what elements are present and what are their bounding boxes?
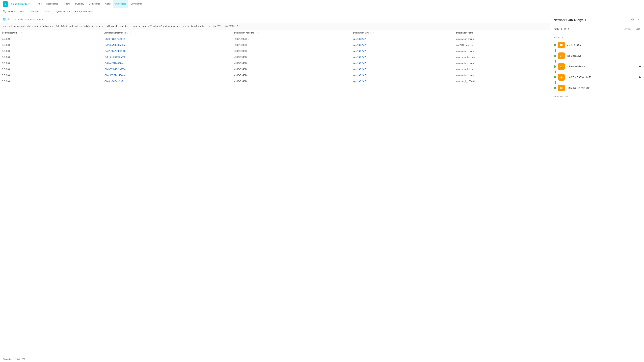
nav-items: Home Dashboards Reports Inventory Compli… [34,0,641,8]
network-path-section: SOURCE ⇄igw-feb2e49a⬡vpc-186d1d7f🔒subnet… [550,33,644,95]
node-label: eni-0f7ae7f3310cebe79 [567,76,637,79]
cell-dest-name: auto_agnetless_re [454,66,550,72]
nav-reports[interactable]: Reports [60,0,73,8]
path-node[interactable]: ⊞i-0f6e87d1017e81612 [554,84,641,92]
nav-investigate[interactable]: Investigate [113,0,128,8]
cloud-security-dropdown[interactable]: Cloud Security [10,2,31,6]
node-side-indicator [639,76,641,78]
table-row: 0.0.0.0/0i-0c0bfe28124967c41496947949261… [0,60,550,66]
path-node[interactable]: ◈eni-0f7ae7f3310cebe79 [554,73,641,81]
nav-governance[interactable]: Governance [128,0,145,8]
right-panel-actions [630,18,641,22]
query-text[interactable]: config from network where source.network… [3,25,548,28]
path-node[interactable]: ⬡vpc-186d1d7f [554,52,641,60]
node-connector-line [555,70,556,73]
cell-dest-id[interactable]: i-0b49ce9cf3efd995c [102,78,232,84]
table-footer-text: Displaying 1 - 25 of 1229 [3,358,25,360]
col-dest-account[interactable]: Destination Account ↕ ⠿ [232,30,351,36]
cell-dest-name: auto_agnetless_ub [454,54,550,60]
sort-icon-source: ↕ [18,32,20,34]
path-node[interactable]: ⇄igw-feb2e49a [554,41,641,49]
right-panel: Network Path Analysis Path [550,15,644,362]
query-box: config from network where source.network… [0,23,550,30]
node-label: vpc-186d1d7f [567,54,641,57]
table-row: 0.0.0.0/0i-0ed7e38a2d8b07d2b496947949261… [0,48,550,54]
cell-dest-id[interactable]: i-0ef4a5b408c0b749a [102,42,232,48]
nav-alerts[interactable]: Alerts [103,0,113,8]
table-row: 0.0.0.0/0i-0c51dda230873a698496947949261… [0,54,550,60]
path-nav-buttons: Previous Next [622,27,641,30]
table-row: 0.0.0.0/0i-0ef4a5b408c0b749a496947949261… [0,42,550,48]
vpc-icon: ⬡ [558,52,565,59]
cell-source-network: 0.0.0.0/0 [0,36,102,42]
previous-button[interactable]: Previous [622,27,632,30]
cell-dest-vpc[interactable]: vpc-186d1d7f [351,72,454,78]
search-name-placeholder[interactable]: Click here to give your search a name [8,18,44,20]
source-section-label: SOURCE [554,36,641,38]
cell-dest-vpc[interactable]: vpc-186d1d7f [351,36,454,42]
cell-dest-name: win2019-agentles [454,42,550,48]
node-dot [554,76,556,78]
nav-compliance[interactable]: Compliance [86,0,103,8]
next-button[interactable]: Next [635,27,641,30]
table-row: 0.0.0.0/0i-0bcedf7c37e2454e3496947949261… [0,72,550,78]
top-navigation: Cloud Security Home Dashboards Reports I… [0,0,644,8]
sort-icon-dest-vpc: ↕ [370,32,371,34]
tab-search[interactable]: Search [42,8,54,15]
col-dest-name[interactable]: Destination Name ↕ [454,30,550,36]
node-side-indicator [639,66,641,67]
cell-source-network: 0.0.0.0/0 [0,60,102,66]
cell-dest-vpc[interactable]: vpc-186d1d7f [351,66,454,72]
drag-icon-dest-acct[interactable]: ⠿ [257,32,259,34]
sort-icon-dest-name: ↕ [474,32,475,34]
cell-dest-id[interactable]: i-0bda881b49b1b9534 [102,66,232,72]
sort-icon-dest-id: ↕ [127,32,128,34]
pin-button[interactable] [630,18,634,22]
node-label: i-0f6e87d1017e81612 [567,87,641,89]
cell-source-network: 0.0.0.0/0 [0,42,102,48]
drag-icon-dest-vpc[interactable]: ⠿ [372,32,374,34]
cell-source-network: 0.0.0.0/0 [0,72,102,78]
nav-inventory[interactable]: Inventory [73,0,86,8]
cell-dest-vpc[interactable]: vpc-186d1d7f [351,54,454,60]
cell-dest-account: 496947949261 [232,42,351,48]
instance-icon: ⊞ [558,85,565,91]
cell-dest-vpc[interactable]: vpc-186d1d7f [351,60,454,66]
cell-dest-vpc[interactable]: vpc-186d1d7f [351,42,454,48]
right-panel-header: Network Path Analysis [550,15,644,25]
app-logo[interactable] [3,1,8,7]
nav-home[interactable]: Home [34,0,44,8]
results-table-container: Source Network ↕ ⠿ Destination Instance … [0,30,550,356]
cell-dest-id[interactable]: i-0c0bfe28124967c41 [102,60,232,66]
col-source-network[interactable]: Source Network ↕ ⠿ [0,30,102,36]
cell-source-network: 0.0.0.0/0 [0,78,102,84]
tab-background-jobs[interactable]: Background Jobs [73,8,94,15]
cell-dest-vpc[interactable]: vpc-186d1d7f [351,48,454,54]
subnet-icon: 🔒 [558,63,565,70]
node-dot [554,87,556,89]
tab-query-library[interactable]: Query Library [54,8,72,15]
cell-dest-account: 496947949261 [232,78,351,84]
col-dest-vpc[interactable]: Destination VPC ↕ ⠿ [351,30,454,36]
table-header-row: Source Network ↕ ⠿ Destination Instance … [0,30,550,36]
eni-icon: ◈ [558,74,565,81]
sub-navigation: 🔍 INVESTIGATE Overview Search Query Libr… [0,8,644,15]
cell-dest-vpc[interactable]: vpc-186d1d7f [351,78,454,84]
node-connector-line [555,49,556,52]
tab-overview[interactable]: Overview [28,8,41,15]
cell-dest-id[interactable]: i-0c51dda230873a698 [102,54,232,60]
gateway-icon: ⇄ [558,42,565,48]
cell-source-network: 0.0.0.0/0 [0,66,102,72]
close-button[interactable] [636,18,641,22]
path-node[interactable]: 🔒subnet-e3ad8c84 [554,62,641,70]
cell-dest-name: amazon_2_168431 [454,78,550,84]
globe-icon: 🌐 [3,17,6,21]
drag-icon-source[interactable]: ⠿ [21,32,22,34]
cell-dest-name: automation-encr-u [454,48,550,54]
nav-dashboards[interactable]: Dashboards [44,0,60,8]
drag-icon-dest-id[interactable]: ⠿ [130,32,131,34]
col-dest-instance-id[interactable]: Destination Instance ID ↕ ⠿ [102,30,232,36]
cell-dest-id[interactable]: i-0f6e87d1017e81612 [102,36,232,42]
cell-dest-id[interactable]: i-0ed7e38a2d8b07d2b [102,48,232,54]
cell-dest-id[interactable]: i-0bcedf7c37e2454e3 [102,72,232,78]
